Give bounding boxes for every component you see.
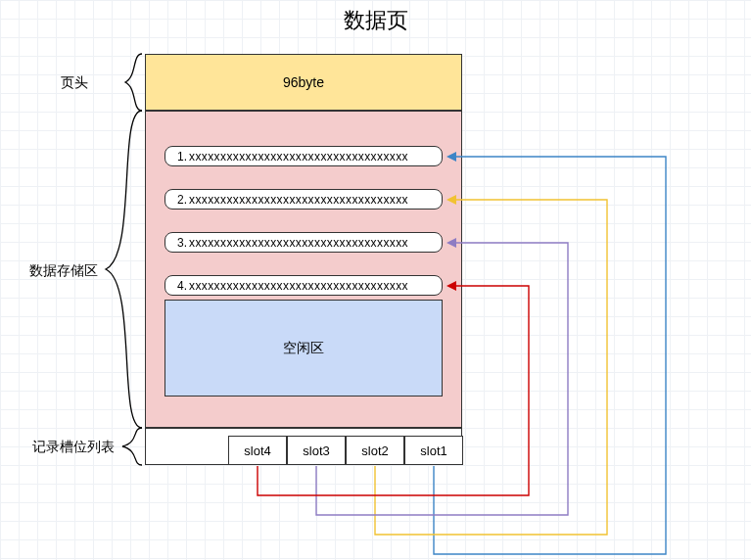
idle-label: 空闲区 [283, 340, 324, 357]
diagram-title: 数据页 [0, 6, 751, 35]
slot-cell: slot4 [228, 436, 287, 465]
row-content: xxxxxxxxxxxxxxxxxxxxxxxxxxxxxxxxxxx [189, 279, 442, 293]
row-index: 3. [165, 236, 189, 250]
slot-cell: slot2 [346, 436, 404, 465]
section-label-slots: 记录槽位列表 [20, 439, 115, 456]
slot-label: slot3 [303, 443, 329, 458]
row-content: xxxxxxxxxxxxxxxxxxxxxxxxxxxxxxxxxxx [189, 193, 442, 207]
data-row: 1. xxxxxxxxxxxxxxxxxxxxxxxxxxxxxxxxxxx [164, 146, 443, 166]
page-header-block: 96byte [145, 54, 462, 111]
section-label-storage: 数据存储区 [20, 262, 98, 280]
slot-cell: slot3 [287, 436, 346, 465]
row-index: 2. [165, 193, 189, 207]
data-row: 3. xxxxxxxxxxxxxxxxxxxxxxxxxxxxxxxxxxx [164, 232, 443, 253]
row-index: 1. [165, 150, 189, 163]
slot-label: slot4 [244, 443, 270, 458]
idle-area: 空闲区 [164, 300, 443, 397]
section-label-header: 页头 [49, 74, 88, 92]
slot-label: slot1 [420, 443, 446, 458]
row-content: xxxxxxxxxxxxxxxxxxxxxxxxxxxxxxxxxxx [189, 236, 442, 250]
slot-cell: slot1 [404, 436, 463, 465]
row-content: xxxxxxxxxxxxxxxxxxxxxxxxxxxxxxxxxxx [189, 150, 442, 163]
page-header-text: 96byte [283, 74, 324, 90]
slot-label: slot2 [361, 443, 388, 458]
data-row: 2. xxxxxxxxxxxxxxxxxxxxxxxxxxxxxxxxxxx [164, 189, 443, 210]
row-index: 4. [165, 279, 189, 293]
data-row: 4. xxxxxxxxxxxxxxxxxxxxxxxxxxxxxxxxxxx [164, 275, 443, 296]
